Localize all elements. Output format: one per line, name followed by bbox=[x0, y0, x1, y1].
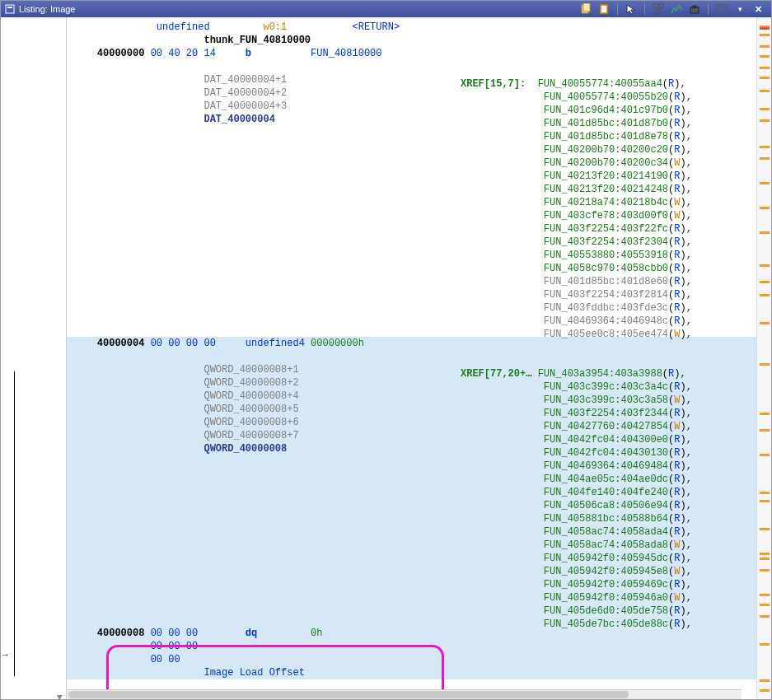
listing-body[interactable]: undefined w0:1 <RETURN> thunk_FUN_408100… bbox=[67, 17, 756, 699]
listing-row[interactable]: FUN_401d85bc:401d8e60(R), bbox=[67, 271, 756, 284]
listing-row[interactable]: FUN_405942f0:405946a0(W), bbox=[67, 587, 756, 600]
listing-row[interactable]: FUN_405942f0:4059469c(R), bbox=[67, 574, 756, 587]
listing-row[interactable]: FUN_40200b70:40200c20(R), bbox=[67, 139, 756, 152]
listing-row[interactable]: FUN_404fe140:404fe240(R), bbox=[67, 482, 756, 495]
listing-row[interactable]: FUN_405881bc:40588b64(R), bbox=[67, 508, 756, 521]
listing-row[interactable]: FUN_405de7bc:405de88c(R), bbox=[67, 614, 756, 627]
listing-row[interactable]: Image Load Offset bbox=[67, 666, 756, 679]
scroll-arrow-down[interactable]: ▼ bbox=[57, 693, 63, 699]
listing-row[interactable]: 00 00 00 bbox=[67, 640, 756, 653]
overview-mark[interactable] bbox=[760, 146, 770, 148]
graph-icon[interactable] bbox=[670, 2, 683, 16]
listing-row[interactable]: FUN_40213f20:40214248(R), bbox=[67, 179, 756, 192]
overview-mark[interactable] bbox=[760, 413, 770, 415]
overview-mark[interactable] bbox=[760, 108, 770, 110]
listing-row[interactable]: QWORD_40000008+1XREF[77,20+… FUN_403a395… bbox=[67, 363, 756, 376]
overview-mark[interactable] bbox=[760, 34, 770, 36]
listing-row[interactable]: DAT_40000004+2 FUN_40055774:40055b20(R), bbox=[67, 86, 756, 100]
listing-row[interactable]: FUN_405942f0:405945dc(R), bbox=[67, 548, 756, 561]
listing-row[interactable]: QWORD_40000008 FUN_4042fc04:40430130(R), bbox=[67, 442, 756, 455]
copy-icon[interactable] bbox=[579, 2, 592, 16]
overview-mark[interactable] bbox=[760, 679, 770, 682]
listing-row[interactable]: FUN_403cfe78:403d00f0(W), bbox=[67, 205, 756, 218]
listing-row[interactable]: 40000000 00 40 20 14 b FUN_40810000 bbox=[67, 47, 756, 60]
listing-row[interactable]: FUN_4058ac74:4058ada8(W), bbox=[67, 534, 756, 548]
overview-mark[interactable] bbox=[760, 492, 770, 494]
listing-row[interactable]: FUN_405ee0c8:405ee474(W), bbox=[67, 324, 756, 337]
listing-row[interactable]: FUN_40553880:40553918(R), bbox=[67, 245, 756, 258]
listing-row[interactable]: FUN_404ae05c:404ae0dc(R), bbox=[67, 469, 756, 482]
listing-row[interactable] bbox=[67, 350, 756, 363]
overview-mark[interactable] bbox=[760, 90, 770, 92]
listing-row[interactable]: DAT_40000004+1XREF[15,7]: FUN_40055774:4… bbox=[67, 73, 756, 86]
tree-icon[interactable] bbox=[652, 2, 665, 16]
listing-row[interactable]: QWORD_40000008+7 FUN_4042fc04:404300e0(R… bbox=[67, 429, 756, 442]
listing-row[interactable]: FUN_405942f0:405945e8(W), bbox=[67, 561, 756, 574]
close-icon[interactable]: ✕ bbox=[751, 2, 765, 16]
scrollbar-thumb[interactable] bbox=[68, 691, 629, 698]
listing-row[interactable]: FUN_403f2254:403f2304(R), bbox=[67, 231, 756, 245]
listing-row[interactable]: FUN_405de6d0:405de758(R), bbox=[67, 600, 756, 614]
overview-mark[interactable] bbox=[760, 77, 770, 79]
listing-row[interactable]: FUN_40213f20:40214190(R), bbox=[67, 166, 756, 179]
overview-mark[interactable] bbox=[760, 569, 770, 572]
listing-row[interactable]: FUN_4058c970:4058cbb0(R), bbox=[67, 258, 756, 271]
overview-mark[interactable] bbox=[760, 604, 770, 606]
listing-row[interactable]: QWORD_40000008+4 FUN_403c399c:403c3a58(W… bbox=[67, 390, 756, 403]
listing-row[interactable]: FUN_40469364:40469484(R), bbox=[67, 455, 756, 469]
listing-row[interactable]: FUN_403fddbc:403fde3c(R), bbox=[67, 297, 756, 310]
svg-rect-9 bbox=[690, 7, 699, 13]
toolbar-separator bbox=[644, 3, 645, 15]
overview-mark[interactable] bbox=[760, 553, 770, 555]
overview-mark[interactable] bbox=[760, 182, 770, 184]
listing-row[interactable] bbox=[67, 60, 756, 73]
listing-row[interactable]: QWORD_40000008+6 FUN_40427760:40427854(W… bbox=[67, 416, 756, 429]
overview-mark[interactable] bbox=[760, 594, 770, 596]
overview-mark[interactable] bbox=[760, 157, 770, 160]
listing-row[interactable]: 00 00 bbox=[67, 653, 756, 666]
overview-mark[interactable] bbox=[760, 429, 770, 432]
overview-mark[interactable] bbox=[760, 119, 770, 122]
listing-row[interactable]: FUN_40506ca8:40506e94(R), bbox=[67, 495, 756, 508]
listing-row[interactable]: DAT_40000004 FUN_401d85bc:401d87b0(R), bbox=[67, 113, 756, 126]
listing-row[interactable]: FUN_40200b70:40200c34(W), bbox=[67, 152, 756, 166]
listing-row[interactable]: FUN_40469364:4046948c(R), bbox=[67, 310, 756, 324]
listing-row[interactable]: thunk_FUN_40810000 bbox=[67, 34, 756, 47]
overview-mark[interactable] bbox=[760, 363, 770, 366]
overview-mark[interactable] bbox=[760, 558, 770, 560]
horizontal-scrollbar[interactable] bbox=[67, 689, 742, 699]
briefcase-icon[interactable] bbox=[688, 2, 701, 16]
paste-icon[interactable] bbox=[597, 2, 611, 16]
panel-icon[interactable] bbox=[715, 2, 728, 16]
dropdown-icon[interactable]: ▾ bbox=[733, 2, 746, 16]
titlebar[interactable]: Listing: Image ▾ ✕ bbox=[1, 1, 771, 17]
overview-mark[interactable] bbox=[760, 45, 770, 48]
listing-row[interactable]: FUN_401d85bc:401d8e78(R), bbox=[67, 126, 756, 139]
overview-mark[interactable] bbox=[760, 454, 770, 456]
overview-mark[interactable] bbox=[760, 231, 770, 234]
overview-mark[interactable] bbox=[760, 55, 770, 58]
listing-row[interactable]: FUN_403f2254:403f2814(R), bbox=[67, 284, 756, 297]
svg-rect-0 bbox=[6, 5, 14, 13]
cursor-icon[interactable] bbox=[625, 2, 638, 16]
overview-mark[interactable] bbox=[760, 207, 770, 209]
overview-mark[interactable] bbox=[760, 615, 770, 618]
overview-mark[interactable] bbox=[760, 67, 770, 69]
overview-mark[interactable] bbox=[760, 528, 770, 530]
overview-mark[interactable] bbox=[760, 27, 770, 30]
overview-mark[interactable] bbox=[760, 264, 770, 267]
overview-mark[interactable] bbox=[760, 281, 770, 283]
listing-row[interactable]: FUN_40218a74:40218b4c(W), bbox=[67, 192, 756, 205]
overview-ruler[interactable] bbox=[756, 17, 771, 699]
listing-row[interactable]: undefined w0:1 <RETURN> bbox=[67, 21, 756, 34]
overview-mark[interactable] bbox=[760, 500, 770, 502]
listing-row[interactable]: QWORD_40000008+5 FUN_403f2254:403f2344(R… bbox=[67, 403, 756, 416]
overview-mark[interactable] bbox=[760, 294, 770, 296]
listing-row[interactable]: DAT_40000004+3 FUN_401c96d4:401c97b0(R), bbox=[67, 100, 756, 113]
overview-mark[interactable] bbox=[760, 689, 770, 692]
listing-row[interactable]: QWORD_40000008+2 FUN_403c399c:403c3a4c(R… bbox=[67, 376, 756, 390]
listing-row[interactable]: FUN_403f2254:403f22fc(R), bbox=[67, 218, 756, 231]
overview-mark[interactable] bbox=[760, 322, 770, 324]
listing-row[interactable]: FUN_4058ac74:4058ada4(R), bbox=[67, 521, 756, 534]
overview-mark[interactable] bbox=[760, 643, 770, 646]
